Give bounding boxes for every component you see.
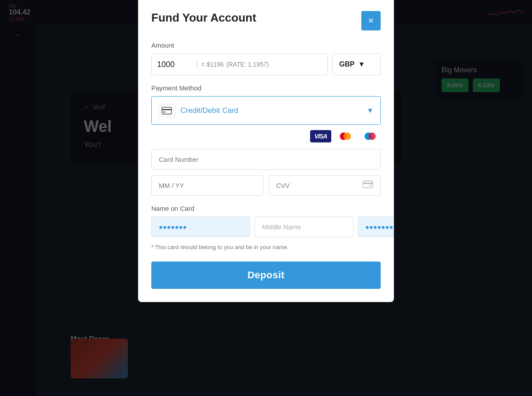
amount-input-wrapper: | = $1196 (RATE: 1.1957) (151, 53, 328, 75)
card-expiry-input[interactable] (151, 175, 263, 196)
svg-rect-10 (369, 185, 371, 186)
modal-title: Fund Your Account (151, 11, 256, 25)
close-button[interactable]: × (361, 11, 381, 30)
payment-method-name: Credit/Debit Card (180, 106, 361, 115)
payment-method-section: Payment Method Credit/Debit Card ▼ VISA (151, 84, 381, 142)
name-on-card-label: Name on Card (151, 205, 381, 212)
amount-label: Amount (151, 41, 381, 49)
card-number-input[interactable] (151, 149, 381, 170)
cvv-card-icon (363, 180, 373, 191)
amount-section: Amount | = $1196 (RATE: 1.1957) GBP ▼ (151, 41, 381, 75)
svg-rect-1 (162, 109, 172, 110)
card-disclaimer: * This card should belong to you and be … (151, 244, 381, 250)
modal-header: Fund Your Account × (151, 11, 381, 30)
middle-name-input[interactable] (255, 217, 353, 237)
currency-arrow-icon: ▼ (358, 60, 365, 68)
card-details-row (151, 175, 381, 196)
svg-rect-9 (363, 183, 373, 184)
visa-logo: VISA (310, 130, 331, 142)
svg-rect-8 (363, 181, 373, 188)
cvv-input[interactable] (276, 182, 363, 189)
mastercard-logo (335, 130, 356, 142)
payment-method-dropdown[interactable]: Credit/Debit Card ▼ (151, 96, 381, 125)
card-logos: VISA (151, 130, 381, 142)
first-name-input[interactable] (151, 217, 250, 237)
cvv-wrapper (269, 175, 381, 196)
name-on-card-section: Name on Card (151, 205, 381, 237)
close-icon: × (368, 15, 374, 26)
currency-selector[interactable]: GBP ▼ (332, 53, 381, 75)
last-name-input[interactable] (358, 217, 394, 237)
amount-rate: (RATE: 1.1957) (226, 61, 269, 68)
maestro-icon (363, 131, 377, 142)
svg-rect-3 (163, 113, 171, 113)
payment-method-label: Payment Method (151, 84, 381, 92)
maestro-logo (360, 130, 381, 142)
amount-converted: = $1196 (201, 61, 224, 68)
payment-dropdown-arrow-icon: ▼ (367, 107, 374, 115)
svg-rect-2 (163, 112, 165, 112)
deposit-button[interactable]: Deposit (151, 262, 381, 289)
amount-input[interactable] (157, 60, 192, 69)
name-inputs-row (151, 217, 381, 237)
mastercard-icon (338, 131, 352, 142)
fund-account-modal: Fund Your Account × Amount | = $1196 (RA… (138, 0, 394, 302)
currency-value: GBP (339, 60, 355, 68)
payment-icon (158, 104, 175, 117)
credit-card-icon (161, 107, 172, 115)
amount-row: | = $1196 (RATE: 1.1957) GBP ▼ (151, 53, 381, 75)
amount-separator: | (196, 60, 198, 68)
